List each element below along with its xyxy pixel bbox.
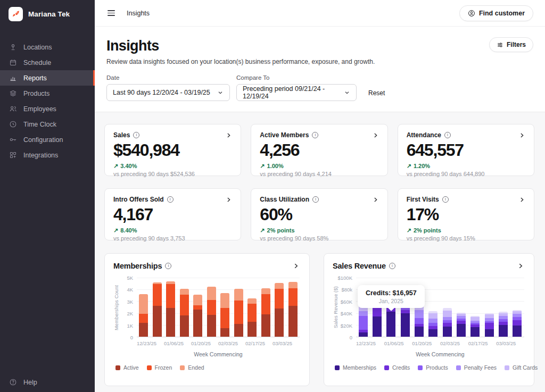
bar-segment-memberships[interactable] xyxy=(401,313,410,337)
bar-segment-memberships[interactable] xyxy=(499,325,508,337)
info-icon[interactable]: i xyxy=(442,196,449,203)
bar-segment-penalty-fees[interactable] xyxy=(359,311,368,316)
bar-segment-products[interactable] xyxy=(359,316,368,330)
stacked-bar[interactable] xyxy=(275,278,284,337)
bar-segment-ended[interactable] xyxy=(288,282,298,288)
bar-segment-frozen[interactable] xyxy=(247,304,257,322)
sidebar-item-employees[interactable]: Employees xyxy=(0,101,95,116)
bar-segment-ended[interactable] xyxy=(193,295,202,305)
bar-segment-frozen[interactable] xyxy=(261,294,270,314)
bar-segment-penalty-fees[interactable] xyxy=(513,314,522,318)
chevron-right-icon[interactable] xyxy=(225,132,232,139)
compare-select[interactable]: Preceding period 09/21/24 - 12/19/24 xyxy=(236,84,357,101)
bar-segment-frozen[interactable] xyxy=(153,284,162,306)
chevron-right-icon[interactable] xyxy=(372,132,379,139)
bar-segment-ended[interactable] xyxy=(234,289,243,301)
bar-segment-credits[interactable] xyxy=(485,323,494,329)
find-customer-button[interactable]: Find customer xyxy=(459,5,533,21)
legend-item-products[interactable]: Products xyxy=(418,364,448,371)
stacked-bar[interactable] xyxy=(207,278,216,337)
legend-item-gift-cards[interactable]: Gift Cards xyxy=(505,364,538,371)
bar-segment-memberships[interactable] xyxy=(513,326,522,337)
stacked-bar[interactable] xyxy=(499,278,508,337)
stacked-bar[interactable] xyxy=(153,278,162,337)
bar-segment-memberships[interactable] xyxy=(359,332,368,337)
bar-segment-memberships[interactable] xyxy=(428,329,437,337)
bar-segment-active[interactable] xyxy=(180,315,189,337)
bar-segment-frozen[interactable] xyxy=(234,301,243,323)
bar-segment-active[interactable] xyxy=(247,322,257,337)
kpi-card-intro-offers-sold[interactable]: Intro Offers Sold i 4,167 ↗8.40% vs prec… xyxy=(104,188,241,240)
bar-segment-ended[interactable] xyxy=(220,293,229,308)
bar-segment-memberships[interactable] xyxy=(485,329,494,337)
kpi-card-sales[interactable]: Sales i $540,984 ↗3.40% vs preceding 90 … xyxy=(104,124,241,176)
bar-segment-active[interactable] xyxy=(207,315,216,337)
bar-segment-memberships[interactable] xyxy=(415,327,424,337)
bar-segment-memberships[interactable] xyxy=(386,312,395,337)
bar-segment-memberships[interactable] xyxy=(470,327,480,337)
bar-segment-products[interactable] xyxy=(415,318,424,324)
kpi-card-first-visits[interactable]: First Visits i 17% ↗2% points vs precedi… xyxy=(398,188,534,240)
bar-segment-frozen[interactable] xyxy=(288,288,298,306)
bar-segment-memberships[interactable] xyxy=(457,324,466,337)
bar-segment-active[interactable] xyxy=(193,310,202,337)
stacked-bar[interactable] xyxy=(247,278,257,337)
legend-item-active[interactable]: Active xyxy=(115,364,139,371)
bar-segment-active[interactable] xyxy=(261,314,270,337)
bar-segment-ended[interactable] xyxy=(275,283,284,289)
chevron-right-icon[interactable] xyxy=(518,196,525,203)
sidebar-item-time-clock[interactable]: Time Clock xyxy=(0,116,95,132)
reset-button[interactable]: Reset xyxy=(363,85,390,101)
legend-item-memberships[interactable]: Memberships xyxy=(335,364,376,371)
chevron-right-icon[interactable] xyxy=(225,196,232,203)
bar-segment-ended[interactable] xyxy=(207,287,216,301)
stacked-bar[interactable] xyxy=(234,278,243,337)
bar-segment-gift-cards[interactable] xyxy=(485,314,494,318)
bar-segment-credits[interactable] xyxy=(443,323,452,327)
stacked-bar[interactable] xyxy=(166,278,175,337)
stacked-bar[interactable] xyxy=(485,278,494,337)
bar-segment-frozen[interactable] xyxy=(193,305,202,310)
bar-segment-gift-cards[interactable] xyxy=(443,311,452,317)
hamburger-menu-icon[interactable] xyxy=(106,8,116,18)
chevron-right-icon[interactable] xyxy=(372,196,379,203)
info-icon[interactable]: i xyxy=(444,132,451,138)
stacked-bar[interactable] xyxy=(288,278,298,337)
bar-segment-ended[interactable] xyxy=(247,298,257,304)
stacked-bar[interactable] xyxy=(470,278,480,337)
bar-segment-penalty-fees[interactable] xyxy=(485,318,494,322)
bar-segment-frozen[interactable] xyxy=(180,295,189,315)
info-icon[interactable]: i xyxy=(165,263,171,269)
bar-segment-memberships[interactable] xyxy=(373,316,382,337)
sidebar-item-configuration[interactable]: Configuration xyxy=(0,132,95,147)
stacked-bar[interactable] xyxy=(457,278,466,337)
sidebar-item-help[interactable]: Help xyxy=(0,374,95,390)
bar-segment-frozen[interactable] xyxy=(207,300,216,315)
stacked-bar[interactable] xyxy=(180,278,189,337)
bar-segment-gift-cards[interactable] xyxy=(428,313,437,319)
bar-segment-credits[interactable] xyxy=(513,320,522,326)
stacked-bar[interactable] xyxy=(193,278,202,337)
bar-segment-active[interactable] xyxy=(220,328,229,337)
chevron-right-icon[interactable] xyxy=(518,132,525,139)
legend-item-credits[interactable]: Credits xyxy=(384,364,410,371)
legend-item-frozen[interactable]: Frozen xyxy=(147,364,172,371)
bar-segment-penalty-fees[interactable] xyxy=(415,310,424,318)
date-select[interactable]: Last 90 days 12/20/24 - 03/19/25 xyxy=(106,84,230,101)
sidebar-item-products[interactable]: Products xyxy=(0,86,95,101)
bar-segment-frozen[interactable] xyxy=(220,308,229,329)
stacked-bar[interactable] xyxy=(443,278,452,337)
kpi-card-class-utilization[interactable]: Class Utilization i 60% ↗2% points vs pr… xyxy=(251,188,387,240)
sidebar-item-schedule[interactable]: Schedule xyxy=(0,55,95,70)
stacked-bar[interactable] xyxy=(220,278,229,337)
bar-segment-active[interactable] xyxy=(166,308,175,337)
bar-segment-active[interactable] xyxy=(288,306,298,337)
chevron-right-icon[interactable] xyxy=(292,262,300,270)
bar-segment-active[interactable] xyxy=(275,308,284,337)
stacked-bar[interactable] xyxy=(513,278,522,337)
bar-segment-ended[interactable] xyxy=(261,288,270,294)
info-icon[interactable]: i xyxy=(312,132,318,138)
stacked-bar[interactable] xyxy=(261,278,270,337)
bar-segment-frozen[interactable] xyxy=(166,284,175,307)
stacked-bar[interactable] xyxy=(139,278,148,337)
